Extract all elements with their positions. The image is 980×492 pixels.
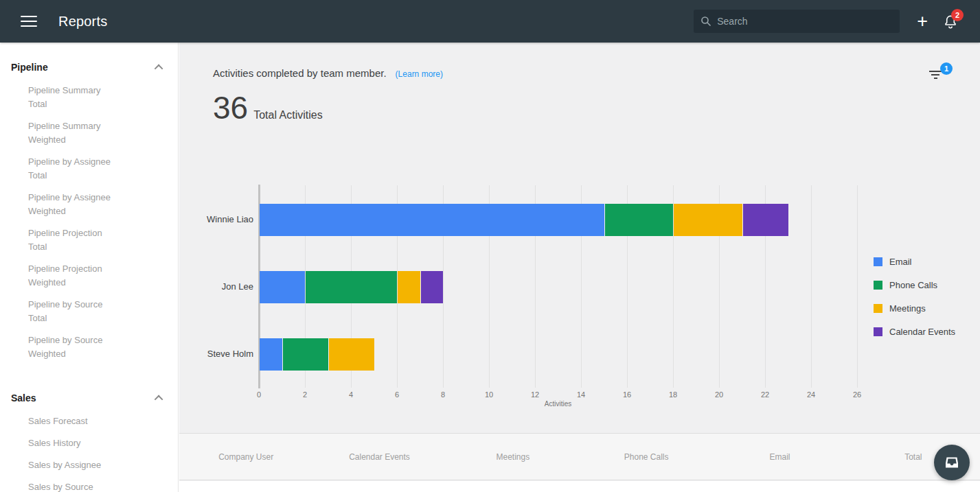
filter-button[interactable]: 1 <box>928 65 946 83</box>
x-tick-label: 18 <box>661 390 685 399</box>
sidebar-section-sales: SalesSales ForecastSales HistorySales by… <box>0 369 178 492</box>
sidebar-section-label: Sales <box>11 393 36 403</box>
legend-entry-phone-calls: Phone Calls <box>874 280 937 290</box>
bar-jon-lee-phone-calls[interactable] <box>306 271 397 303</box>
legend-entry-email: Email <box>874 257 912 267</box>
table-column-email[interactable]: Email <box>713 452 846 462</box>
x-tick-label: 14 <box>569 390 593 399</box>
table-column-company-user[interactable]: Company User <box>179 452 312 462</box>
sidebar-item-pipeline-by-assignee-weighted[interactable]: Pipeline by Assignee Weighted <box>28 191 118 218</box>
sidebar-item-sales-by-assignee[interactable]: Sales by Assignee <box>28 458 118 472</box>
legend-label: Email <box>889 257 912 267</box>
legend-label: Phone Calls <box>889 280 937 290</box>
reports-sidebar: PipelinePipeline Summary TotalPipeline S… <box>0 43 179 492</box>
table-column-calendar-events[interactable]: Calendar Events <box>312 452 446 462</box>
x-tick-label: 20 <box>707 390 731 399</box>
sidebar-item-pipeline-by-source-weighted[interactable]: Pipeline by Source Weighted <box>28 333 118 361</box>
sidebar-item-pipeline-projection-total[interactable]: Pipeline Projection Total <box>28 226 118 254</box>
inbox-icon <box>944 454 960 471</box>
notifications-button[interactable]: 2 <box>943 13 958 30</box>
x-tick-label: 6 <box>385 390 409 399</box>
x-tick-label: 4 <box>339 390 363 399</box>
x-tick-label: 10 <box>477 390 501 399</box>
sidebar-item-list: Sales ForecastSales HistorySales by Assi… <box>0 403 178 492</box>
search-box[interactable] <box>694 10 900 33</box>
x-tick-label: 22 <box>753 390 777 399</box>
total-activities-label: Total Activities <box>253 109 322 121</box>
table-column-meetings[interactable]: Meetings <box>446 452 580 462</box>
x-tick-label: 12 <box>523 390 547 399</box>
x-tick-label: 8 <box>431 390 455 399</box>
sidebar-item-pipeline-by-source-total[interactable]: Pipeline by Source Total <box>28 298 118 325</box>
x-tick-label: 0 <box>247 390 271 399</box>
legend-entry-calendar-events: Calendar Events <box>874 327 955 337</box>
sidebar-section-header-pipeline[interactable]: Pipeline <box>0 62 178 73</box>
gridline <box>811 185 812 388</box>
add-button[interactable]: + <box>917 12 928 31</box>
legend-swatch <box>874 327 882 336</box>
x-axis-title: Activities <box>259 400 857 408</box>
filter-icon <box>928 71 942 81</box>
legend-entry-meetings: Meetings <box>874 303 926 314</box>
learn-more-link[interactable]: (Learn more) <box>396 69 443 79</box>
legend-label: Meetings <box>889 303 926 314</box>
sidebar-section-label: Pipeline <box>11 62 48 73</box>
sidebar-item-sales-forecast[interactable]: Sales Forecast <box>28 414 118 428</box>
category-label: Steve Holm <box>179 347 253 361</box>
search-icon <box>700 16 711 27</box>
bar-winnie-liao-email[interactable] <box>260 204 604 236</box>
report-canvas: Activities completed by team member. (Le… <box>179 43 980 492</box>
legend-swatch <box>874 257 882 266</box>
bar-winnie-liao-meetings[interactable] <box>674 204 742 236</box>
sidebar-section-header-sales[interactable]: Sales <box>0 393 178 403</box>
report-title: Activities completed by team member. <box>213 67 387 79</box>
gridline <box>857 185 858 388</box>
x-tick-label: 26 <box>845 390 869 399</box>
x-tick-label: 2 <box>293 390 317 399</box>
sidebar-item-pipeline-projection-weighted[interactable]: Pipeline Projection Weighted <box>28 262 118 290</box>
page-title: Reports <box>58 14 107 30</box>
category-label: Jon Lee <box>179 280 253 294</box>
bar-jon-lee-calendar-events[interactable] <box>421 271 444 303</box>
menu-icon[interactable] <box>21 16 37 27</box>
bar-steve-holm-meetings[interactable] <box>329 338 374 371</box>
chevron-up-icon <box>155 64 163 73</box>
sidebar-section-pipeline: PipelinePipeline Summary TotalPipeline S… <box>0 43 178 361</box>
summary-table-body <box>179 481 980 492</box>
notification-count-badge: 2 <box>951 9 964 21</box>
x-tick-label: 24 <box>799 390 823 399</box>
sidebar-item-sales-history[interactable]: Sales History <box>28 436 118 450</box>
bar-jon-lee-meetings[interactable] <box>398 271 420 303</box>
summary-table-header: Company UserCalendar EventsMeetingsPhone… <box>179 433 980 480</box>
bar-winnie-liao-phone-calls[interactable] <box>605 204 674 236</box>
sidebar-item-pipeline-summary-weighted[interactable]: Pipeline Summary Weighted <box>28 119 118 147</box>
bar-jon-lee-email[interactable] <box>260 271 305 303</box>
sidebar-item-list: Pipeline Summary TotalPipeline Summary W… <box>0 73 178 361</box>
legend-label: Calendar Events <box>889 327 955 337</box>
sidebar-item-sales-by-source[interactable]: Sales by Source <box>28 480 118 492</box>
legend-swatch <box>874 304 882 313</box>
x-tick-label: 16 <box>615 390 639 399</box>
bar-winnie-liao-calendar-events[interactable] <box>743 204 788 236</box>
table-column-phone-calls[interactable]: Phone Calls <box>580 452 713 462</box>
total-activities-value: 36 <box>213 90 248 126</box>
legend-swatch <box>874 281 882 290</box>
sidebar-item-pipeline-summary-total[interactable]: Pipeline Summary Total <box>28 84 118 111</box>
search-input[interactable] <box>711 16 900 27</box>
bar-steve-holm-email[interactable] <box>260 338 282 371</box>
category-label: Winnie Liao <box>179 213 253 226</box>
bar-steve-holm-phone-calls[interactable] <box>283 338 328 371</box>
support-chat-button[interactable] <box>934 445 970 480</box>
app-bar: Reports + 2 <box>0 0 980 43</box>
filter-count-badge: 1 <box>940 62 953 75</box>
chevron-up-icon <box>155 395 163 403</box>
sidebar-item-pipeline-by-assignee-total[interactable]: Pipeline by Assignee Total <box>28 155 118 183</box>
